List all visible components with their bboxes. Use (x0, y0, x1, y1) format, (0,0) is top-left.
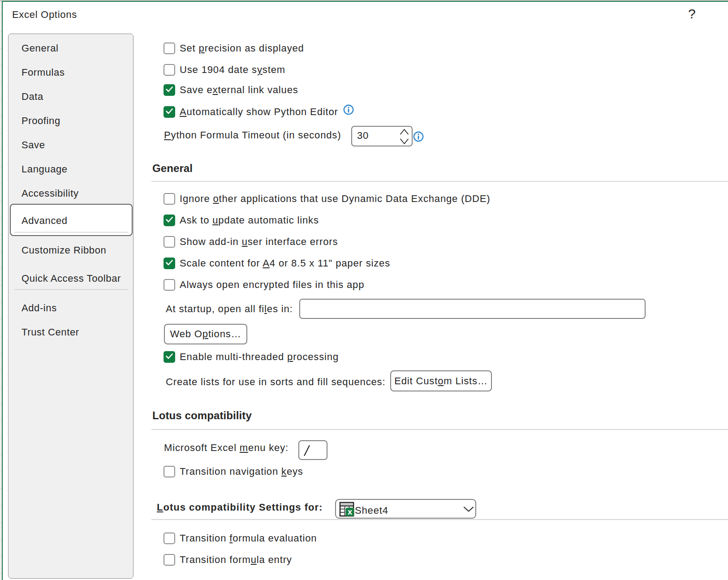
svg-text:x: x (348, 507, 353, 516)
